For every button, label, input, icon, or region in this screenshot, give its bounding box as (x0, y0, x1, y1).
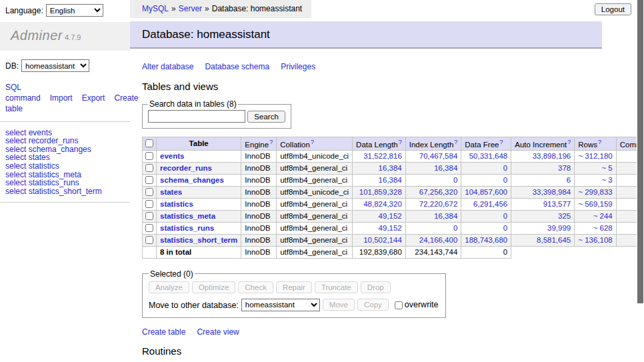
column-help-link[interactable]: ? (567, 139, 571, 145)
row-checkbox[interactable] (145, 152, 153, 160)
table-row: statistics_metaInnoDButf8mb4_general_ci4… (143, 210, 644, 222)
search-input[interactable] (148, 110, 245, 123)
selected-truncate-button[interactable]: Truncate (315, 281, 358, 293)
breadcrumb-current: Database: homeassistant (212, 4, 302, 13)
table-name-link[interactable]: statistics (160, 200, 193, 208)
search-button[interactable]: Search (247, 111, 285, 123)
table-row: statistics_runsInnoDButf8mb4_general_ci4… (143, 222, 644, 234)
auto-increment-cell: 8,581,645 (511, 234, 575, 246)
selected-repair-button[interactable]: Repair (276, 281, 312, 293)
database-nav-link[interactable]: Privileges (281, 62, 315, 71)
select-all-checkbox[interactable] (145, 139, 153, 147)
column-header: Data Length? (353, 137, 406, 151)
column-help-link[interactable]: ? (311, 139, 314, 145)
row-checkbox[interactable] (145, 176, 153, 184)
ghost-cell (511, 246, 644, 258)
table-name-link[interactable]: statistics_runs (160, 224, 214, 232)
collation-cell: utf8mb4_unicode_ci (277, 150, 353, 162)
sidebar-table-link[interactable]: select statistics_short_term (5, 187, 130, 196)
index-length-cell: 72,220,672 (405, 198, 461, 210)
column-header: Auto Increment? (511, 137, 575, 151)
database-nav-link[interactable]: Database schema (205, 62, 269, 71)
index-length-cell: 0 (405, 222, 461, 234)
index-length-cell: 70,467,584 (405, 150, 461, 162)
selected-drop-button[interactable]: Drop (361, 281, 391, 293)
language-select[interactable]: English (46, 4, 103, 17)
selected-analyze-button[interactable]: Analyze (149, 281, 189, 293)
database-nav-link[interactable]: Alter database (142, 62, 193, 71)
sidebar-table-link[interactable]: select statistics (5, 162, 130, 171)
column-help-link[interactable]: ? (399, 139, 402, 145)
total-row: 8 in totalInnoDButf8mb4_general_ci192,83… (143, 246, 644, 258)
table-name-link[interactable]: statistics_meta (160, 212, 215, 220)
total-data-free-cell: 0 (461, 246, 511, 258)
rows-cell: ~ 5 (575, 162, 616, 174)
logout-button[interactable]: Logout (595, 3, 631, 15)
table-name-link[interactable]: recorder_runs (160, 164, 212, 172)
total-collation-cell: utf8mb4_general_ci (277, 246, 353, 258)
table-name-link[interactable]: events (160, 152, 184, 160)
table-name-cell: states (157, 186, 241, 198)
move-button[interactable]: Move (323, 299, 355, 311)
row-checkbox[interactable] (145, 236, 153, 244)
checkbox-cell (143, 198, 157, 210)
overwrite-checkbox[interactable] (395, 301, 403, 309)
auto-increment-cell: 39,999 (511, 222, 575, 234)
breadcrumb-separator: » (205, 4, 209, 13)
sidebar-table-links: select eventsselect recorder_runsselect … (5, 129, 130, 196)
breadcrumb-link-mysql[interactable]: MySQL (142, 4, 169, 13)
index-length-cell: 67,256,320 (405, 186, 461, 198)
create-link[interactable]: Create table (142, 327, 185, 337)
db-select[interactable]: homeassistant (21, 59, 89, 72)
data-free-cell: 0 (461, 174, 511, 186)
column-help-link[interactable]: ? (598, 139, 601, 145)
table-name-link[interactable]: states (160, 188, 182, 196)
checkbox-cell (143, 186, 157, 198)
auto-increment-cell: 33,898,196 (511, 150, 575, 162)
row-checkbox[interactable] (145, 188, 153, 196)
sidebar-action-link[interactable]: Export (82, 93, 105, 103)
row-checkbox[interactable] (145, 164, 153, 172)
column-help-link[interactable]: ? (269, 139, 273, 145)
table-name-link[interactable]: statistics_short_term (160, 236, 237, 244)
data-length-cell: 49,152 (353, 222, 406, 234)
sidebar-table-link[interactable]: select recorder_runs (5, 137, 130, 145)
row-checkbox[interactable] (145, 224, 153, 232)
sidebar-action-link[interactable]: Import (50, 93, 73, 103)
copy-button[interactable]: Copy (357, 299, 389, 311)
data-length-cell: 101,859,328 (353, 186, 406, 198)
database-nav-links: Alter databaseDatabase schemaPrivileges (142, 62, 644, 71)
row-checkbox[interactable] (145, 200, 153, 208)
data-free-cell: 50,331,648 (461, 150, 511, 162)
language-row: Language:English (0, 0, 130, 17)
engine-cell: InnoDB (241, 198, 277, 210)
data-length-cell: 10,502,144 (353, 234, 406, 246)
checkbox-cell (143, 137, 157, 151)
engine-cell: InnoDB (241, 210, 277, 222)
breadcrumb-link-server[interactable]: Server (179, 4, 202, 13)
sidebar-action-link[interactable]: SQL command (5, 83, 41, 103)
collation-cell: utf8mb4_general_ci (277, 174, 353, 186)
collation-cell: utf8mb4_general_ci (277, 162, 353, 174)
search-fieldset: Search data in tables (8) Search (142, 99, 291, 129)
move-db-select[interactable]: homeassistant (241, 299, 320, 311)
table-name-link[interactable]: schema_changes (160, 176, 224, 184)
overwrite-control: overwrite (394, 300, 439, 309)
auto-increment-cell: 6 (511, 174, 575, 186)
scrollbar[interactable] (637, 0, 644, 362)
column-help-link[interactable]: ? (499, 139, 503, 145)
row-checkbox[interactable] (145, 212, 153, 220)
tables-views-heading: Tables and views (142, 81, 644, 92)
table-row: statisticsInnoDButf8mb4_general_ci48,824… (143, 198, 644, 210)
index-length-cell: 24,166,400 (405, 234, 461, 246)
selected-optimize-button[interactable]: Optimize (192, 281, 235, 293)
scrollbar-thumb[interactable] (637, 0, 643, 303)
create-link[interactable]: Create view (197, 327, 239, 337)
table-name-cell: statistics (157, 198, 241, 210)
column-help-link[interactable]: ? (454, 139, 457, 145)
selected-check-button[interactable]: Check (238, 281, 273, 293)
rows-cell: ~ 3 (575, 174, 616, 186)
index-length-cell: 16,384 (405, 210, 461, 222)
sidebar-table-link[interactable]: select statistics_runs (5, 179, 130, 187)
column-header: Index Length? (405, 137, 461, 151)
